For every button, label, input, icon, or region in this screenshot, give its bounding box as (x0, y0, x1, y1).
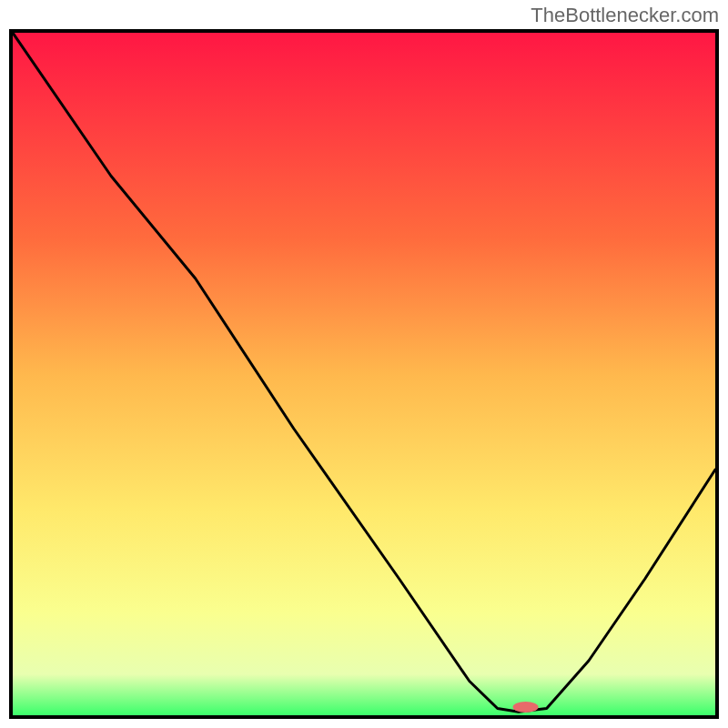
gradient-background (13, 33, 715, 715)
watermark-text: TheBottlenecker.com (531, 4, 719, 27)
chart-svg (13, 33, 715, 715)
chart-frame (9, 29, 719, 719)
optimal-marker (513, 702, 539, 713)
